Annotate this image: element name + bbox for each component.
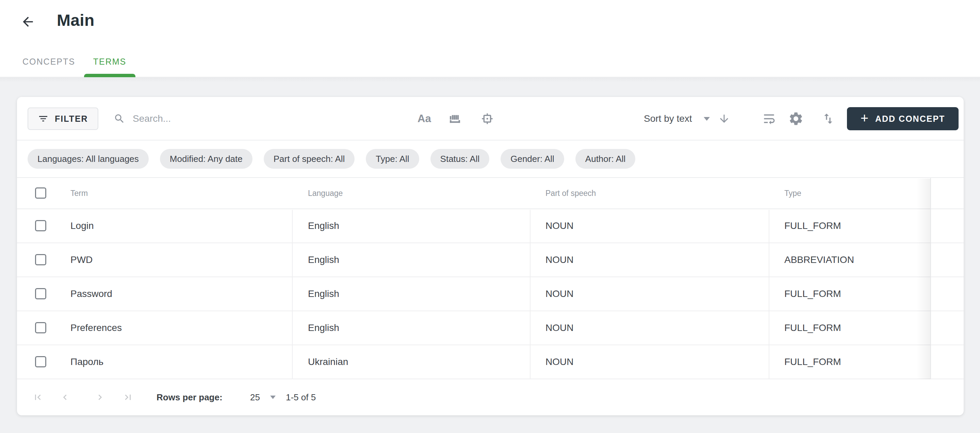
- pagination-bar: Rows per page: 25 1-5 of 5: [17, 379, 964, 415]
- chevron-right-icon: [95, 392, 105, 403]
- pinned-column-divider: [930, 178, 931, 379]
- back-button[interactable]: [20, 14, 36, 30]
- first-page-icon: [32, 392, 43, 403]
- match-case-toggle[interactable]: Aa: [417, 97, 431, 141]
- chip-status[interactable]: Status: All: [430, 149, 490, 169]
- tab-concepts[interactable]: CONCEPTS: [14, 46, 84, 77]
- import-export-icon: [821, 112, 835, 125]
- chevron-down-icon: [704, 117, 710, 121]
- row-checkbox[interactable]: [35, 356, 46, 367]
- cell-language: English: [308, 209, 339, 243]
- row-checkbox[interactable]: [35, 220, 46, 231]
- chevron-down-icon: [270, 396, 275, 399]
- sort-by-select[interactable]: Sort by text: [644, 97, 710, 141]
- page-title: Main: [57, 11, 95, 30]
- active-tab-indicator: [84, 74, 135, 77]
- column-header-term: Term: [70, 189, 88, 198]
- wrap-text-button[interactable]: [762, 97, 776, 141]
- chevron-left-icon: [60, 392, 70, 403]
- rows-per-page-label: Rows per page:: [156, 392, 223, 403]
- select-all-checkbox[interactable]: [35, 187, 46, 199]
- whole-word-toggle[interactable]: [449, 97, 461, 141]
- cell-type: FULL_FORM: [784, 311, 841, 344]
- table-row[interactable]: Password English NOUN FULL_FORM: [17, 277, 964, 311]
- row-checkbox[interactable]: [35, 322, 46, 333]
- pinned-column-shadow: [917, 179, 930, 379]
- chip-author[interactable]: Author: All: [576, 149, 636, 169]
- row-checkbox[interactable]: [35, 288, 46, 299]
- toolbar: FILTER Aa: [17, 97, 964, 141]
- tab-terms[interactable]: TERMS: [84, 46, 135, 77]
- tab-bar: CONCEPTS TERMS: [14, 46, 135, 77]
- match-case-icon: Aa: [417, 113, 431, 125]
- search-icon: [114, 113, 125, 124]
- add-concept-label: ADD CONCEPT: [875, 114, 945, 124]
- last-page-icon: [123, 392, 134, 403]
- cell-part-of-speech: NOUN: [546, 243, 573, 276]
- column-divider: [769, 210, 769, 379]
- table-row[interactable]: Пароль Ukrainian NOUN FULL_FORM: [17, 345, 964, 379]
- settings-button[interactable]: [788, 97, 804, 141]
- cell-language: English: [308, 277, 339, 311]
- cell-part-of-speech: NOUN: [546, 277, 573, 311]
- chip-modified[interactable]: Modified: Any date: [160, 149, 253, 169]
- wrap-text-icon: [762, 111, 776, 126]
- column-divider: [530, 210, 530, 379]
- exact-match-icon: [480, 112, 494, 125]
- terms-panel: FILTER Aa: [17, 97, 964, 415]
- arrow-back-icon: [21, 14, 35, 29]
- search-input[interactable]: [133, 108, 378, 129]
- cell-language: English: [308, 311, 339, 344]
- cell-term: Пароль: [70, 345, 103, 379]
- header-shadow: [0, 78, 980, 82]
- last-page-button[interactable]: [123, 392, 134, 403]
- table-row[interactable]: PWD English NOUN ABBREVIATION: [17, 243, 964, 277]
- cell-type: FULL_FORM: [784, 345, 841, 379]
- cell-part-of-speech: NOUN: [546, 311, 573, 344]
- previous-page-button[interactable]: [60, 392, 70, 403]
- table-body: Login English NOUN FULL_FORM PWD English…: [17, 209, 964, 379]
- sort-direction-button[interactable]: [718, 97, 730, 141]
- column-header-type: Type: [784, 189, 801, 198]
- cell-part-of-speech: NOUN: [546, 345, 573, 379]
- first-page-button[interactable]: [32, 392, 43, 403]
- terminology-page: Main CONCEPTS TERMS FILTER Aa: [0, 0, 980, 433]
- chip-part-of-speech[interactable]: Part of speech: All: [264, 149, 355, 169]
- page-header: Main CONCEPTS TERMS: [0, 0, 980, 77]
- tab-concepts-label: CONCEPTS: [22, 57, 75, 67]
- next-page-button[interactable]: [95, 392, 105, 403]
- rows-per-page-select[interactable]: 25: [250, 379, 275, 415]
- cell-language: Ukrainian: [308, 345, 348, 379]
- add-concept-button[interactable]: + ADD CONCEPT: [847, 107, 959, 130]
- tab-terms-label: TERMS: [93, 57, 127, 67]
- chip-type[interactable]: Type: All: [366, 149, 419, 169]
- cell-part-of-speech: NOUN: [546, 209, 573, 243]
- filter-button[interactable]: FILTER: [27, 108, 98, 130]
- import-export-button[interactable]: [821, 97, 835, 141]
- sort-by-label: Sort by text: [644, 113, 692, 124]
- filter-chips-row: Languages: All languages Modified: Any d…: [17, 141, 964, 178]
- cell-type: ABBREVIATION: [784, 243, 854, 276]
- cell-term: Password: [70, 277, 112, 311]
- cell-language: English: [308, 243, 339, 276]
- pagination-range: 1-5 of 5: [286, 392, 316, 403]
- table-header: Term Language Part of speech Type: [17, 178, 964, 209]
- exact-match-toggle[interactable]: [480, 97, 494, 141]
- cell-term: PWD: [70, 243, 92, 276]
- column-header-part-of-speech: Part of speech: [546, 189, 596, 198]
- cell-term: Preferences: [70, 311, 122, 344]
- whole-word-icon: [449, 112, 461, 125]
- chip-languages[interactable]: Languages: All languages: [27, 149, 149, 169]
- gear-icon: [788, 111, 804, 127]
- table-row[interactable]: Preferences English NOUN FULL_FORM: [17, 311, 964, 345]
- chip-gender[interactable]: Gender: All: [501, 149, 564, 169]
- cell-type: FULL_FORM: [784, 277, 841, 311]
- cell-type: FULL_FORM: [784, 209, 841, 243]
- table-row[interactable]: Login English NOUN FULL_FORM: [17, 209, 964, 243]
- arrow-downward-icon: [718, 113, 730, 125]
- row-checkbox[interactable]: [35, 254, 46, 265]
- filter-icon: [38, 113, 49, 124]
- filter-button-label: FILTER: [55, 114, 88, 124]
- cell-term: Login: [70, 209, 94, 243]
- plus-icon: +: [861, 111, 869, 125]
